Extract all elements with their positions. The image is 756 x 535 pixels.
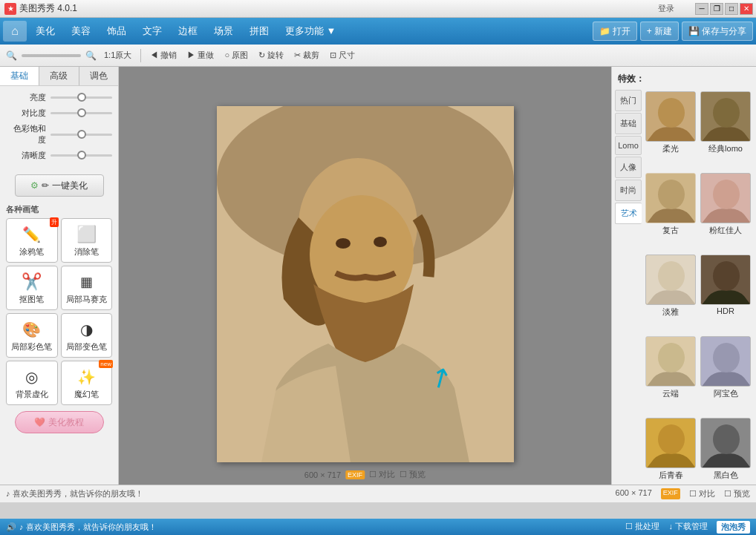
maximize-button[interactable]: □ (725, 3, 738, 15)
preview-checkbox[interactable]: ☐ 预览 (400, 469, 426, 480)
compare-btn-status[interactable]: ☐ 对比 (689, 488, 715, 499)
brush-cutout[interactable]: ✂️ 抠图笔 (6, 266, 58, 310)
divider1 (140, 49, 141, 62)
effect-label-ruguang: 柔光 (662, 143, 679, 154)
portrait-background (217, 106, 514, 462)
brush-mosaic[interactable]: ▦ 局部马赛克 (61, 266, 113, 310)
close-button[interactable]: ✕ (740, 3, 753, 15)
cat-fashion[interactable]: 时尚 (615, 180, 642, 201)
portrait-svg (217, 106, 514, 462)
tab-beautify[interactable]: 美化 (28, 21, 62, 42)
effect-pink[interactable]: 粉红佳人 (700, 173, 752, 252)
left-panel: 基础 高级 调色 亮度 对比度 色彩饱和度 清晰度 (0, 67, 119, 501)
tab-collage[interactable]: 拼图 (242, 21, 276, 42)
new-button[interactable]: + 新建 (640, 22, 679, 41)
right-panel: 特效： 热门 基础 Lomo 人像 时尚 艺术 柔光 (611, 67, 756, 501)
cat-hot[interactable]: 热门 (615, 90, 642, 111)
effects-container: 热门 基础 Lomo 人像 时尚 艺术 柔光 (615, 90, 753, 498)
effect-thumb-fugu (645, 173, 696, 223)
svg-rect-21 (646, 255, 696, 305)
effect-label-jindianlomo: 经典lomo (708, 143, 743, 154)
zoom-slider[interactable] (22, 54, 81, 57)
brush-eraser[interactable]: ⬜ 消除笔 (61, 218, 113, 263)
effect-jindianlomo[interactable]: 经典lomo (700, 91, 752, 170)
save-button[interactable]: 💾 保存与分享 (682, 22, 753, 41)
bottom-right-actions: ☐ 批处理 ↓ 下载管理 泡泡秀 (625, 521, 750, 534)
tab-text[interactable]: 文字 (135, 21, 169, 42)
effect-thumb-jindianlomo (700, 91, 751, 142)
restore-button[interactable]: ❐ (710, 3, 723, 15)
download-button[interactable]: ↓ 下载管理 (668, 521, 708, 534)
sharpness-row: 清晰度 (6, 150, 112, 161)
preview-btn-status[interactable]: ☐ 预览 (724, 488, 750, 499)
effect-fugu[interactable]: 复古 (645, 173, 697, 252)
login-button[interactable]: 登录 (658, 3, 674, 14)
zoom-icon2: 🔍 (85, 50, 97, 61)
effect-thumb-hdr (700, 255, 751, 305)
tab-basic[interactable]: 基础 (0, 67, 39, 85)
sharpness-slider[interactable] (50, 154, 112, 157)
tab-accessories[interactable]: 饰品 (100, 21, 134, 42)
brush-grid: ✏️ 涂鸦笔 升 ⬜ 消除笔 ✂️ 抠图笔 ▦ 局部马赛克 🎨 (6, 218, 112, 405)
effect-hdr[interactable]: HDR (700, 255, 752, 333)
graffiti-icon: ✏️ (22, 224, 42, 245)
brush-color[interactable]: 🎨 局部彩色笔 (6, 313, 58, 358)
cat-art[interactable]: 艺术 (615, 203, 642, 224)
brush-bgblur[interactable]: ◎ 背景虚化 (6, 361, 58, 405)
new-badge: new (99, 360, 113, 368)
effect-label-abao: 阿宝色 (714, 388, 738, 399)
compare-checkbox[interactable]: ☐ 对比 (369, 469, 395, 480)
svg-point-9 (658, 98, 685, 128)
svg-point-29 (658, 424, 685, 454)
speaker-icon: 🔊 (6, 522, 16, 532)
sliders-section: 亮度 对比度 色彩饱和度 清晰度 (6, 92, 112, 165)
oneclick-beautify-button[interactable]: ⚙ ✏ 一键美化 (15, 174, 104, 197)
status-message: ♪ 喜欢美图秀秀，就告诉你的朋友哦！ (6, 488, 143, 499)
left-panel-content: 亮度 对比度 色彩饱和度 清晰度 ⚙ ✏ 一键美化 (0, 86, 119, 501)
tab-advanced[interactable]: 高级 (39, 67, 79, 85)
brush-graffiti[interactable]: ✏️ 涂鸦笔 升 (6, 218, 58, 263)
tab-border[interactable]: 边框 (171, 21, 205, 42)
brush-magic[interactable]: ✨ 魔幻笔 new (61, 361, 113, 405)
zoom-level[interactable]: 1:1原大 (101, 48, 134, 62)
effect-label-youth: 后青春 (659, 470, 683, 481)
tab-beauty[interactable]: 美容 (64, 21, 98, 42)
tab-scene[interactable]: 场景 (206, 21, 241, 42)
saturation-slider[interactable] (50, 134, 112, 136)
tab-color[interactable]: 调色 (79, 67, 118, 85)
redo-button[interactable]: ▶ 重做 (184, 48, 217, 62)
home-button[interactable]: ⌂ (3, 21, 27, 42)
contrast-slider[interactable] (50, 112, 112, 114)
image-size: 600 × 717 (304, 470, 341, 479)
svg-rect-7 (217, 106, 514, 462)
brush-eraser-label: 消除笔 (74, 246, 99, 257)
cat-lomo[interactable]: Lomo (615, 136, 642, 155)
brightness-slider[interactable] (50, 96, 112, 99)
adjust-icon: ⚙ (30, 180, 39, 191)
brush-graffiti-label: 涂鸦笔 (19, 246, 44, 257)
brush-colorchange[interactable]: ◑ 局部变色笔 (61, 313, 113, 358)
category-tabs: 热门 基础 Lomo 人像 时尚 艺术 (615, 90, 643, 498)
open-button[interactable]: 📁 打开 (593, 22, 637, 41)
undo-button[interactable]: ◀ 撤销 (147, 48, 180, 62)
effect-danya[interactable]: 淡雅 (645, 255, 697, 333)
cat-portrait[interactable]: 人像 (615, 157, 642, 178)
brush-color-label: 局部彩色笔 (11, 341, 52, 352)
batch-button[interactable]: ☐ 批处理 (625, 521, 659, 534)
rotate-button[interactable]: ↻ 旋转 (255, 48, 287, 62)
effect-thumb-youth (645, 418, 696, 468)
cat-basic[interactable]: 基础 (615, 113, 642, 134)
effect-abao[interactable]: 阿宝色 (700, 336, 752, 415)
main-image (217, 106, 514, 462)
brush-mosaic-label: 局部马赛克 (66, 294, 107, 305)
original-button[interactable]: ○ 原图 (221, 48, 251, 62)
effect-yunduan[interactable]: 云端 (645, 336, 697, 415)
tab-more[interactable]: 更多功能 ▼ (278, 21, 343, 42)
crop-button[interactable]: ✂ 裁剪 (291, 48, 322, 62)
minimize-button[interactable]: ─ (695, 3, 708, 15)
effect-ruguang[interactable]: 柔光 (645, 91, 697, 170)
resize-button[interactable]: ⊡ 尺寸 (327, 48, 358, 62)
effects-title: 特效： (615, 70, 753, 90)
status-bar: ♪ 喜欢美图秀秀，就告诉你的朋友哦！ 600 × 717 EXIF ☐ 对比 ☐… (0, 485, 756, 502)
tutorial-button[interactable]: ❤️ 美化教程 (15, 411, 104, 433)
